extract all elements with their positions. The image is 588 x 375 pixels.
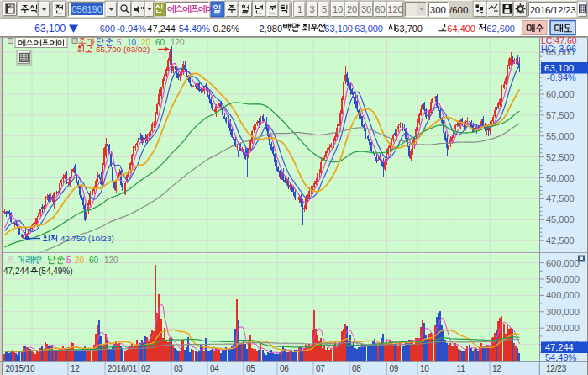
svg-text:52,500: 52,500 xyxy=(546,152,575,162)
svg-text:2,980: 2,980 xyxy=(259,24,282,34)
svg-text:62,600: 62,600 xyxy=(486,24,515,34)
svg-text:06: 06 xyxy=(280,364,289,373)
svg-text:HC:-3.96: HC:-3.96 xyxy=(541,44,576,54)
svg-text:60,000: 60,000 xyxy=(546,89,575,99)
svg-text:50,000: 50,000 xyxy=(546,173,575,183)
svg-text:54,49%: 54,49% xyxy=(545,352,577,362)
svg-text:/600: /600 xyxy=(449,5,468,15)
svg-text:10: 10 xyxy=(420,364,429,373)
svg-text:600,000: 600,000 xyxy=(546,258,580,268)
svg-text:120: 120 xyxy=(171,38,185,47)
svg-text:2016/01: 2016/01 xyxy=(108,364,137,373)
svg-text:2016/12/23: 2016/12/23 xyxy=(530,5,576,15)
svg-text:63,000: 63,000 xyxy=(354,24,383,34)
svg-text:600: 600 xyxy=(100,24,115,34)
svg-text:5: 5 xyxy=(66,256,71,265)
svg-text:09: 09 xyxy=(390,364,399,373)
svg-text:60: 60 xyxy=(155,38,165,47)
svg-text:08: 08 xyxy=(352,364,361,373)
svg-text:47,500: 47,500 xyxy=(546,193,575,203)
svg-text:2015/10: 2015/10 xyxy=(6,364,35,373)
svg-text:47,244: 47,244 xyxy=(545,342,574,352)
svg-text:20: 20 xyxy=(75,256,85,265)
svg-text:02: 02 xyxy=(141,364,150,373)
svg-text:300,000: 300,000 xyxy=(546,307,580,317)
svg-text:05: 05 xyxy=(246,364,255,373)
svg-text:1: 1 xyxy=(297,4,302,14)
svg-text:47,244: 47,244 xyxy=(147,24,176,34)
svg-text:64,400: 64,400 xyxy=(447,24,475,34)
svg-text:65,700 (03/02): 65,700 (03/02) xyxy=(96,45,150,54)
svg-text:-0.94%: -0.94% xyxy=(117,24,146,34)
svg-text:300: 300 xyxy=(430,5,446,15)
svg-text:45,000: 45,000 xyxy=(546,214,575,224)
svg-text:60: 60 xyxy=(89,256,99,265)
svg-text:12: 12 xyxy=(71,364,80,373)
svg-text:500,000: 500,000 xyxy=(546,274,580,284)
svg-text:60: 60 xyxy=(375,4,385,14)
svg-text:54.49%: 54.49% xyxy=(179,24,211,34)
svg-text:04: 04 xyxy=(210,364,219,373)
svg-text:63,100: 63,100 xyxy=(34,23,66,34)
svg-text:200,000: 200,000 xyxy=(546,323,580,333)
svg-text:55,000: 55,000 xyxy=(546,131,575,141)
svg-text:20: 20 xyxy=(347,4,357,14)
svg-text:5: 5 xyxy=(322,4,327,14)
svg-text:30: 30 xyxy=(361,4,371,14)
svg-text:12: 12 xyxy=(492,364,501,373)
svg-text:12/23: 12/23 xyxy=(546,364,567,373)
svg-text:03: 03 xyxy=(174,364,183,373)
svg-text:-0.94%: -0.94% xyxy=(547,72,576,82)
svg-text:11: 11 xyxy=(457,364,466,373)
svg-text:120: 120 xyxy=(387,4,402,14)
svg-text:3: 3 xyxy=(309,4,314,14)
svg-text:42,500: 42,500 xyxy=(546,235,575,246)
svg-text:0.26%: 0.26% xyxy=(213,24,239,34)
svg-text:57,500: 57,500 xyxy=(546,110,575,120)
svg-text:07: 07 xyxy=(316,364,325,373)
svg-text:10: 10 xyxy=(333,4,343,14)
svg-text:120: 120 xyxy=(104,256,118,265)
svg-text:400,000: 400,000 xyxy=(546,290,580,300)
svg-text:056190: 056190 xyxy=(71,4,102,14)
svg-text:63,700: 63,700 xyxy=(394,24,423,34)
svg-text:(54,49%): (54,49%) xyxy=(39,267,73,276)
svg-text:42,750 (10/23): 42,750 (10/23) xyxy=(60,234,114,243)
svg-text:47,244: 47,244 xyxy=(3,267,29,276)
svg-text:63,100: 63,100 xyxy=(324,24,353,34)
